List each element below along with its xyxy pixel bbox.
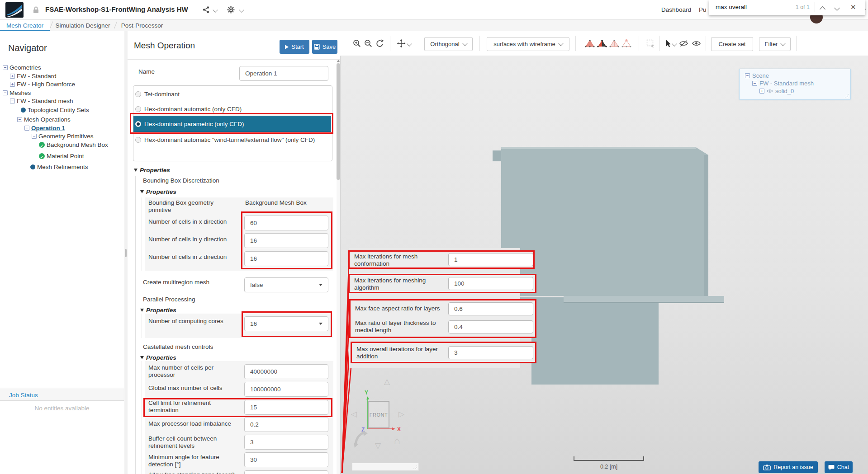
collapse-icon[interactable] bbox=[3, 90, 8, 95]
tree-item-geometries[interactable]: Geometries bbox=[3, 63, 41, 71]
dashboard-link[interactable]: Dashboard bbox=[661, 6, 691, 13]
share-icon[interactable] bbox=[202, 6, 210, 15]
tree-item-background-mesh-box[interactable]: Background Mesh Box bbox=[39, 141, 108, 149]
rotate-view-icon[interactable] bbox=[353, 431, 371, 450]
select-face-icon[interactable] bbox=[597, 38, 607, 48]
max-iterations-algorithm-input[interactable] bbox=[448, 277, 533, 290]
min-feature-angle-input[interactable] bbox=[244, 452, 328, 467]
collapse-icon[interactable] bbox=[24, 126, 29, 131]
zoom-in-icon[interactable] bbox=[352, 38, 362, 48]
scene-mesh-node[interactable]: FW - Standard mesh bbox=[752, 80, 814, 87]
algorithm-option-tet-dominant[interactable]: Tet-dominant bbox=[135, 89, 330, 99]
max-iterations-conformation-input[interactable] bbox=[448, 253, 533, 266]
public-projects-link[interactable]: Pu bbox=[699, 6, 707, 13]
find-next-button[interactable] bbox=[835, 4, 844, 10]
filter-dropdown[interactable]: Filter bbox=[759, 37, 791, 51]
select-edge-icon[interactable] bbox=[609, 38, 619, 48]
tree-item-fw-standard[interactable]: FW - Standard bbox=[10, 72, 57, 80]
chat-button[interactable]: Chat bbox=[825, 461, 853, 473]
home-view-icon[interactable]: ⌂ bbox=[394, 436, 400, 446]
buffer-cell-count-input[interactable] bbox=[244, 435, 328, 450]
eye-icon[interactable] bbox=[767, 89, 773, 93]
scene-root-node[interactable]: Scene bbox=[745, 72, 769, 79]
radio-icon[interactable] bbox=[135, 106, 141, 112]
properties-header[interactable]: Properties bbox=[140, 188, 176, 195]
rotate-up-arrow[interactable]: △ bbox=[384, 378, 390, 385]
find-query[interactable]: max overall bbox=[716, 4, 747, 10]
computing-cores-select[interactable]: 16 bbox=[244, 316, 328, 331]
algorithm-option-hex-automatic[interactable]: Hex-dominant automatic (only CFD) bbox=[135, 104, 330, 114]
tree-item-mesh-operations[interactable]: Mesh Operations bbox=[17, 115, 71, 123]
resize-handle[interactable] bbox=[844, 94, 849, 98]
find-previous-button[interactable] bbox=[821, 5, 830, 11]
properties-header[interactable]: Properties bbox=[140, 307, 176, 314]
expand-icon[interactable] bbox=[10, 82, 15, 87]
cells-x-input[interactable] bbox=[244, 216, 328, 230]
select-node-icon[interactable] bbox=[621, 38, 631, 48]
pan-icon[interactable] bbox=[396, 38, 406, 48]
save-button[interactable]: Save bbox=[312, 40, 337, 54]
panel-splitter[interactable] bbox=[124, 31, 128, 474]
max-cells-per-processor-input[interactable] bbox=[244, 364, 328, 379]
max-overall-iterations-input[interactable] bbox=[448, 346, 533, 359]
collapse-icon[interactable] bbox=[3, 65, 8, 70]
properties-header[interactable]: Properties bbox=[134, 167, 170, 174]
find-close-button[interactable]: ✕ bbox=[850, 3, 856, 11]
scroll-up-arrow[interactable] bbox=[337, 60, 340, 62]
tree-item-operation-1[interactable]: Operation 1 bbox=[24, 124, 65, 132]
scene-solid-node[interactable]: solid_0 bbox=[759, 88, 794, 94]
collapse-icon[interactable] bbox=[17, 117, 22, 122]
tab-mesh-creator[interactable]: Mesh Creator bbox=[0, 20, 50, 31]
gear-icon[interactable] bbox=[227, 6, 235, 15]
multiregion-select[interactable]: false bbox=[244, 277, 328, 292]
max-face-aspect-ratio-input[interactable] bbox=[448, 302, 533, 315]
global-max-cells-input[interactable] bbox=[244, 382, 328, 397]
tab-post-processor[interactable]: Post-Processor bbox=[117, 20, 167, 31]
collapse-icon[interactable] bbox=[745, 73, 750, 78]
cells-y-input[interactable] bbox=[244, 233, 328, 248]
cells-z-input[interactable] bbox=[244, 251, 328, 266]
load-imbalance-input[interactable] bbox=[244, 417, 328, 432]
radio-icon[interactable] bbox=[135, 137, 141, 143]
scene-tree-panel[interactable]: Scene FW - Standard mesh solid_0 bbox=[739, 69, 851, 100]
collapse-icon[interactable] bbox=[32, 134, 37, 139]
hide-entity-icon[interactable] bbox=[678, 38, 688, 48]
tree-item-topological-entity-sets[interactable]: Topological Entity Sets bbox=[21, 106, 89, 114]
cell-limit-input[interactable] bbox=[244, 400, 328, 415]
tree-item-fw-high-downforce[interactable]: FW - High Downforce bbox=[10, 80, 75, 88]
tree-item-mesh-refinements[interactable]: Mesh Refinements bbox=[30, 163, 88, 171]
show-entity-icon[interactable] bbox=[691, 38, 701, 48]
start-button[interactable]: Start bbox=[280, 40, 309, 54]
form-scrollbar[interactable] bbox=[337, 60, 340, 474]
radio-selected-icon[interactable] bbox=[135, 121, 141, 127]
free-standing-faces-input[interactable] bbox=[244, 470, 328, 474]
select-volume-icon[interactable] bbox=[585, 38, 595, 48]
collapse-icon[interactable] bbox=[752, 81, 757, 86]
box-select-icon[interactable] bbox=[645, 38, 655, 48]
viewport-status-strip[interactable] bbox=[352, 463, 419, 471]
rotate-down-arrow[interactable]: ▽ bbox=[375, 442, 381, 450]
expand-icon[interactable] bbox=[759, 89, 764, 94]
resize-handle[interactable] bbox=[413, 465, 417, 469]
render-mode-dropdown[interactable]: surfaces with wireframe bbox=[487, 37, 569, 51]
zoom-out-icon[interactable] bbox=[363, 38, 373, 48]
algorithm-option-hex-parametric[interactable]: Hex-dominant parametric (only CFD) bbox=[133, 116, 331, 132]
reset-view-icon[interactable] bbox=[375, 38, 384, 48]
expand-icon[interactable] bbox=[10, 74, 15, 79]
collapse-icon[interactable] bbox=[10, 99, 15, 103]
app-logo[interactable] bbox=[5, 2, 24, 18]
name-input[interactable] bbox=[239, 66, 328, 81]
scrollbar-thumb[interactable] bbox=[337, 63, 340, 180]
tab-simulation-designer[interactable]: Simulation Designer bbox=[52, 20, 113, 31]
create-set-button[interactable]: Create set bbox=[711, 37, 753, 51]
tree-item-material-point[interactable]: Material Point bbox=[39, 152, 84, 160]
tree-item-geometry-primitives[interactable]: Geometry Primitives bbox=[32, 132, 94, 140]
properties-header[interactable]: Properties bbox=[140, 354, 176, 361]
splitter-grip[interactable] bbox=[125, 249, 127, 257]
max-layer-thickness-ratio-input[interactable] bbox=[448, 320, 533, 333]
projection-dropdown[interactable]: Orthogonal bbox=[424, 37, 473, 51]
job-status-header[interactable]: Job Status bbox=[0, 388, 124, 401]
report-issue-button[interactable]: Report an issue bbox=[759, 461, 818, 473]
tree-item-meshes[interactable]: Meshes bbox=[3, 89, 31, 97]
tree-item-fw-standard-mesh[interactable]: FW - Standard mesh bbox=[10, 97, 73, 105]
